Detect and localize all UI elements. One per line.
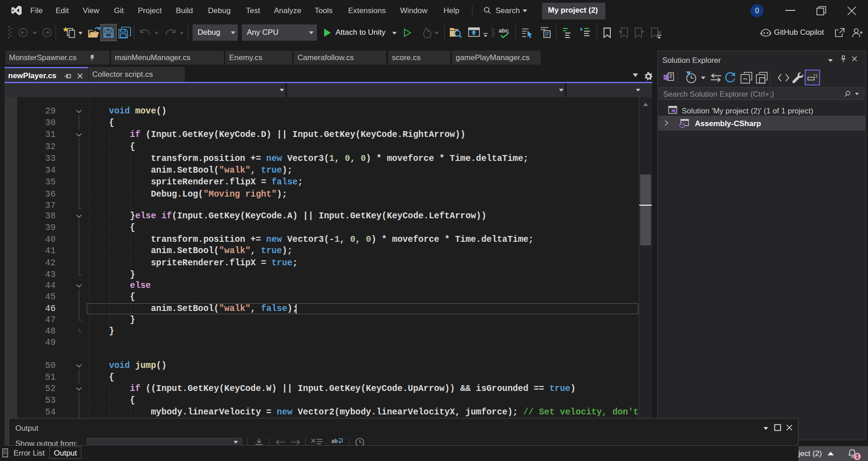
svg-text:ab: ab	[331, 438, 338, 444]
svg-text:abc: abc	[499, 28, 509, 34]
